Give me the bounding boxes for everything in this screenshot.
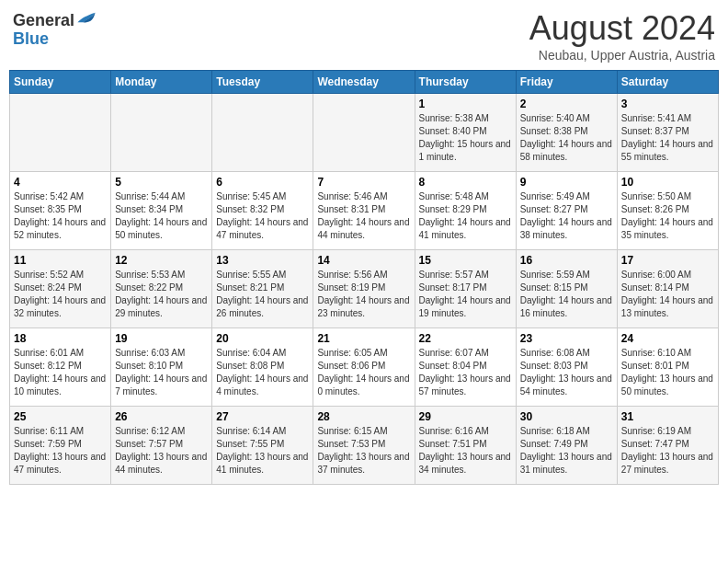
day-number: 4	[14, 176, 107, 189]
day-info: Sunrise: 5:42 AM Sunset: 8:35 PM Dayligh…	[14, 190, 107, 242]
day-info: Sunrise: 6:18 AM Sunset: 7:49 PM Dayligh…	[520, 425, 613, 477]
day-info: Sunrise: 5:59 AM Sunset: 8:15 PM Dayligh…	[520, 269, 613, 320]
calendar-cell: 8Sunrise: 5:48 AM Sunset: 8:29 PM Daylig…	[415, 172, 516, 250]
day-number: 6	[216, 176, 309, 189]
day-info: Sunrise: 5:41 AM Sunset: 8:37 PM Dayligh…	[621, 112, 714, 164]
day-number: 24	[621, 332, 714, 345]
calendar-cell: 25Sunrise: 6:11 AM Sunset: 7:59 PM Dayli…	[10, 407, 111, 485]
calendar-week-row: 25Sunrise: 6:11 AM Sunset: 7:59 PM Dayli…	[10, 407, 719, 485]
day-number: 3	[621, 98, 714, 110]
calendar-week-row: 1Sunrise: 5:38 AM Sunset: 8:40 PM Daylig…	[10, 94, 719, 172]
calendar-cell: 10Sunrise: 5:50 AM Sunset: 8:26 PM Dayli…	[617, 172, 718, 250]
calendar-cell	[212, 94, 313, 172]
day-number: 29	[419, 410, 512, 423]
day-number: 16	[520, 254, 613, 267]
calendar-week-row: 18Sunrise: 6:01 AM Sunset: 8:12 PM Dayli…	[10, 328, 719, 407]
day-number: 19	[115, 332, 208, 345]
day-info: Sunrise: 5:44 AM Sunset: 8:34 PM Dayligh…	[115, 190, 208, 242]
day-number: 26	[115, 410, 208, 423]
day-number: 14	[317, 254, 410, 267]
day-number: 17	[621, 254, 714, 267]
day-info: Sunrise: 6:10 AM Sunset: 8:01 PM Dayligh…	[621, 347, 714, 398]
day-number: 12	[115, 254, 208, 267]
logo-bird-icon	[76, 9, 97, 26]
day-info: Sunrise: 6:19 AM Sunset: 7:47 PM Dayligh…	[621, 425, 714, 477]
calendar-cell: 30Sunrise: 6:18 AM Sunset: 7:49 PM Dayli…	[516, 407, 617, 485]
day-info: Sunrise: 5:45 AM Sunset: 8:32 PM Dayligh…	[216, 190, 309, 242]
day-info: Sunrise: 6:07 AM Sunset: 8:04 PM Dayligh…	[419, 347, 512, 398]
calendar-cell: 9Sunrise: 5:49 AM Sunset: 8:27 PM Daylig…	[516, 172, 617, 250]
day-info: Sunrise: 5:53 AM Sunset: 8:22 PM Dayligh…	[115, 269, 208, 320]
day-info: Sunrise: 5:56 AM Sunset: 8:19 PM Dayligh…	[317, 269, 410, 320]
calendar-table: SundayMondayTuesdayWednesdayThursdayFrid…	[9, 70, 719, 485]
day-info: Sunrise: 5:40 AM Sunset: 8:38 PM Dayligh…	[520, 112, 613, 164]
calendar-cell: 24Sunrise: 6:10 AM Sunset: 8:01 PM Dayli…	[617, 328, 718, 407]
day-number: 2	[520, 98, 613, 110]
day-number: 31	[621, 410, 714, 423]
calendar-cell: 17Sunrise: 6:00 AM Sunset: 8:14 PM Dayli…	[617, 250, 718, 328]
day-number: 5	[115, 176, 208, 189]
calendar-cell	[111, 94, 212, 172]
day-number: 28	[317, 410, 410, 423]
day-info: Sunrise: 6:16 AM Sunset: 7:51 PM Dayligh…	[419, 425, 512, 477]
page-header: General Blue August 2024 Neubau, Upper A…	[9, 9, 719, 63]
title-block: August 2024 Neubau, Upper Austria, Austr…	[529, 9, 715, 63]
day-number: 18	[14, 332, 107, 345]
calendar-week-row: 11Sunrise: 5:52 AM Sunset: 8:24 PM Dayli…	[10, 250, 719, 328]
calendar-cell: 22Sunrise: 6:07 AM Sunset: 8:04 PM Dayli…	[415, 328, 516, 407]
logo-blue-text: Blue	[13, 29, 49, 48]
calendar-cell: 23Sunrise: 6:08 AM Sunset: 8:03 PM Dayli…	[516, 328, 617, 407]
calendar-cell: 11Sunrise: 5:52 AM Sunset: 8:24 PM Dayli…	[10, 250, 111, 328]
calendar-cell: 27Sunrise: 6:14 AM Sunset: 7:55 PM Dayli…	[212, 407, 313, 485]
day-info: Sunrise: 5:50 AM Sunset: 8:26 PM Dayligh…	[621, 190, 714, 242]
calendar-cell: 20Sunrise: 6:04 AM Sunset: 8:08 PM Dayli…	[212, 328, 313, 407]
day-info: Sunrise: 5:46 AM Sunset: 8:31 PM Dayligh…	[317, 190, 410, 242]
weekday-header: Tuesday	[212, 71, 313, 94]
calendar-cell: 4Sunrise: 5:42 AM Sunset: 8:35 PM Daylig…	[10, 172, 111, 250]
day-number: 11	[14, 254, 107, 267]
calendar-cell: 19Sunrise: 6:03 AM Sunset: 8:10 PM Dayli…	[111, 328, 212, 407]
calendar-header: SundayMondayTuesdayWednesdayThursdayFrid…	[10, 71, 719, 94]
calendar-cell: 14Sunrise: 5:56 AM Sunset: 8:19 PM Dayli…	[313, 250, 415, 328]
day-number: 10	[621, 176, 714, 189]
day-info: Sunrise: 5:52 AM Sunset: 8:24 PM Dayligh…	[14, 269, 107, 320]
location-text: Neubau, Upper Austria, Austria	[529, 48, 715, 63]
day-number: 7	[317, 176, 410, 189]
calendar-cell: 26Sunrise: 6:12 AM Sunset: 7:57 PM Dayli…	[111, 407, 212, 485]
day-info: Sunrise: 6:04 AM Sunset: 8:08 PM Dayligh…	[216, 347, 309, 398]
day-number: 27	[216, 410, 309, 423]
calendar-cell	[10, 94, 111, 172]
day-number: 20	[216, 332, 309, 345]
calendar-cell: 2Sunrise: 5:40 AM Sunset: 8:38 PM Daylig…	[516, 94, 617, 172]
weekday-header: Wednesday	[313, 71, 415, 94]
calendar-cell: 28Sunrise: 6:15 AM Sunset: 7:53 PM Dayli…	[313, 407, 415, 485]
calendar-cell: 5Sunrise: 5:44 AM Sunset: 8:34 PM Daylig…	[111, 172, 212, 250]
day-info: Sunrise: 5:55 AM Sunset: 8:21 PM Dayligh…	[216, 269, 309, 320]
day-info: Sunrise: 5:38 AM Sunset: 8:40 PM Dayligh…	[419, 112, 512, 164]
day-info: Sunrise: 6:14 AM Sunset: 7:55 PM Dayligh…	[216, 425, 309, 477]
calendar-cell: 18Sunrise: 6:01 AM Sunset: 8:12 PM Dayli…	[10, 328, 111, 407]
day-info: Sunrise: 5:57 AM Sunset: 8:17 PM Dayligh…	[419, 269, 512, 320]
month-title: August 2024	[529, 9, 715, 48]
calendar-cell: 7Sunrise: 5:46 AM Sunset: 8:31 PM Daylig…	[313, 172, 415, 250]
calendar-week-row: 4Sunrise: 5:42 AM Sunset: 8:35 PM Daylig…	[10, 172, 719, 250]
day-info: Sunrise: 6:11 AM Sunset: 7:59 PM Dayligh…	[14, 425, 107, 477]
calendar-cell: 3Sunrise: 5:41 AM Sunset: 8:37 PM Daylig…	[617, 94, 718, 172]
day-number: 8	[419, 176, 512, 189]
calendar-cell: 16Sunrise: 5:59 AM Sunset: 8:15 PM Dayli…	[516, 250, 617, 328]
day-number: 25	[14, 410, 107, 423]
calendar-cell: 21Sunrise: 6:05 AM Sunset: 8:06 PM Dayli…	[313, 328, 415, 407]
day-info: Sunrise: 6:00 AM Sunset: 8:14 PM Dayligh…	[621, 269, 714, 320]
weekday-header: Sunday	[10, 71, 111, 94]
day-info: Sunrise: 6:05 AM Sunset: 8:06 PM Dayligh…	[317, 347, 410, 398]
day-number: 30	[520, 410, 613, 423]
calendar-cell: 15Sunrise: 5:57 AM Sunset: 8:17 PM Dayli…	[415, 250, 516, 328]
calendar-cell: 1Sunrise: 5:38 AM Sunset: 8:40 PM Daylig…	[415, 94, 516, 172]
day-info: Sunrise: 6:01 AM Sunset: 8:12 PM Dayligh…	[14, 347, 107, 398]
weekday-header: Friday	[516, 71, 617, 94]
day-info: Sunrise: 6:12 AM Sunset: 7:57 PM Dayligh…	[115, 425, 208, 477]
day-number: 22	[419, 332, 512, 345]
calendar-cell: 13Sunrise: 5:55 AM Sunset: 8:21 PM Dayli…	[212, 250, 313, 328]
weekday-header: Saturday	[617, 71, 718, 94]
day-number: 15	[419, 254, 512, 267]
